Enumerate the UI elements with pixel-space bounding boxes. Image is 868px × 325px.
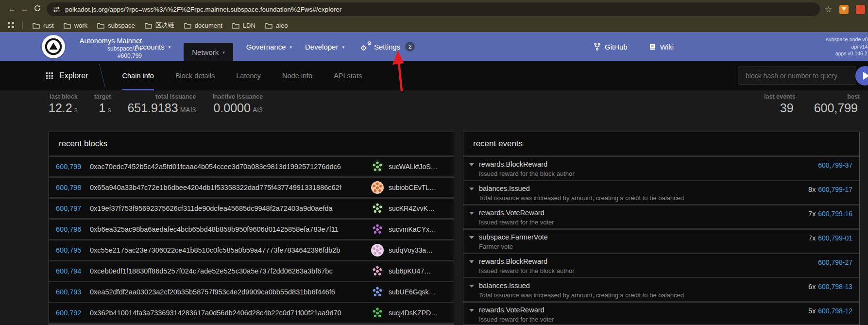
url-text: polkadot.js.org/apps/?rpc=wss%3A%2F%2Frp… (65, 6, 341, 13)
book-icon (649, 43, 656, 51)
site-info-icon[interactable] (53, 6, 60, 13)
stat-value: 1 (99, 101, 106, 115)
author-identicon[interactable] (371, 244, 384, 257)
block-query-input[interactable] (745, 71, 850, 80)
chevron-down-icon: ▾ (222, 49, 225, 55)
forward-icon[interactable]: → (18, 4, 31, 14)
author-identicon[interactable] (371, 181, 384, 194)
author-identicon[interactable] (371, 265, 384, 277)
expand-caret-icon[interactable] (469, 188, 474, 190)
gears-icon: ⚙ ⚙ (360, 42, 371, 51)
nav-menu-item[interactable]: Developer ▾ (305, 32, 344, 61)
nav-menu-item[interactable]: Network ▾ (184, 43, 233, 61)
block-author[interactable]: sucWALkfJoS… (389, 163, 447, 171)
author-identicon[interactable] (371, 307, 384, 319)
stat-unit: s (107, 106, 111, 114)
block-number-link[interactable]: 600,799 (56, 163, 78, 171)
block-author[interactable]: sucvmKaCYx… (389, 225, 447, 233)
tab[interactable]: Block details (175, 61, 215, 90)
block-query-box[interactable] (738, 67, 856, 85)
nav-menu-item-settings[interactable]: ⚙ ⚙ Settings 2 (360, 32, 415, 61)
tab[interactable]: API stats (334, 61, 362, 90)
tab-label: Node info (282, 72, 312, 80)
stat-cell: last events 39 (764, 93, 796, 114)
bookmarks-bar: rust work subspace 区块链 document (0, 18, 868, 32)
bookmark-star-icon[interactable]: ☆ (825, 4, 832, 15)
stat-unit: MAI3 (180, 106, 196, 114)
bookmark-folder[interactable]: 区块链 (145, 21, 174, 30)
block-author[interactable]: sub6pKU47… (389, 267, 447, 275)
expand-caret-icon[interactable] (469, 236, 474, 239)
event-block-link[interactable]: 600,798-27 (818, 258, 852, 266)
block-number-link[interactable]: 600,792 (56, 309, 78, 317)
best-block-number: #600,799 (67, 52, 142, 60)
expand-caret-icon[interactable] (469, 309, 474, 312)
tabs: Chain info Block details Latency Node in… (122, 61, 384, 90)
tab[interactable]: Node info (282, 61, 312, 90)
event-texts: rewards.BlockReward Issued reward for th… (479, 257, 575, 273)
extension-fox-icon[interactable] (839, 5, 849, 14)
block-author[interactable]: subiobCEvTL… (389, 184, 447, 191)
block-author[interactable]: subUE6Gqsk… (389, 288, 447, 296)
block-number-link[interactable]: 600,795 (56, 246, 78, 254)
event-texts: balances.Issued Total issuance was incre… (479, 282, 684, 297)
block-number-link[interactable]: 600,794 (56, 267, 78, 275)
author-identicon[interactable] (371, 160, 384, 173)
app-header: Autonomys Mainnet subspace/1▾ #600,799 A… (0, 32, 868, 61)
bookmark-folder[interactable]: subspace (97, 21, 135, 30)
block-hash: 0xb6ea325ac98ba6aedafec4bcb65bd48b858b95… (90, 225, 371, 233)
stat-cell: best 600,799 (814, 93, 860, 114)
apps-grid-icon[interactable] (8, 22, 15, 29)
wiki-link[interactable]: Wiki (649, 43, 674, 51)
section-explorer[interactable]: Explorer (0, 61, 88, 90)
expand-caret-icon[interactable] (469, 212, 474, 215)
stat-label: last block (49, 93, 78, 100)
block-number-link[interactable]: 600,796 (56, 225, 78, 233)
block-author[interactable]: sudqVoy33a… (389, 246, 447, 254)
event-block-link[interactable]: 600,799-16 (818, 210, 852, 218)
event-block-link[interactable]: 600,799-37 (818, 161, 852, 169)
expand-caret-icon[interactable] (469, 285, 474, 288)
nav-menu-item[interactable]: Accounts ▾ (135, 32, 170, 61)
block-number-link[interactable]: 600,793 (56, 288, 78, 296)
tab[interactable]: Latency (236, 61, 261, 90)
back-icon[interactable]: ← (6, 4, 18, 14)
event-texts: rewards.BlockReward Issued reward for th… (479, 160, 575, 176)
chain-selector[interactable]: subspace/1▾ (67, 45, 142, 52)
event-block-link[interactable]: 600,798-12 (818, 307, 852, 315)
block-number-link[interactable]: 600,798 (56, 184, 78, 191)
event-description: Farmer vote (479, 243, 548, 250)
bookmark-folder[interactable]: aleo (265, 21, 288, 30)
nav-menu-item[interactable]: Governance ▾ (246, 32, 292, 61)
block-number-link[interactable]: 600,797 (56, 205, 78, 212)
event-block-link[interactable]: 600,799-01 (818, 234, 852, 242)
block-author[interactable]: sucj4DsKZPD… (389, 309, 447, 317)
expand-caret-icon[interactable] (469, 163, 474, 166)
wiki-label: Wiki (660, 43, 674, 51)
chevron-down-icon: ▾ (290, 44, 292, 50)
author-identicon[interactable] (371, 223, 384, 236)
block-author[interactable]: sucKR4ZvvK… (389, 205, 447, 212)
reload-icon[interactable] (31, 4, 44, 15)
event-block-link[interactable]: 600,799-17 (818, 186, 852, 193)
expand-caret-icon[interactable] (469, 260, 474, 263)
bookmark-folder[interactable]: LDN (232, 21, 255, 30)
network-brand[interactable]: Autonomys Mainnet subspace/1▾ #600,799 (67, 36, 142, 60)
event-block-link[interactable]: 600,798-13 (818, 283, 852, 291)
extension-icon[interactable] (856, 5, 865, 14)
autonomys-logo[interactable] (42, 35, 65, 58)
query-submit-button[interactable] (855, 66, 868, 86)
network-name: Autonomys Mainnet (67, 36, 142, 45)
bookmark-folder[interactable]: document (184, 21, 222, 30)
address-bar[interactable]: polkadot.js.org/apps/?rpc=wss%3A%2F%2Frp… (47, 2, 820, 16)
folder-icon (232, 22, 239, 29)
author-identicon[interactable] (371, 202, 384, 215)
stats-left: last block 12.2s target 1s total issuanc… (49, 93, 263, 114)
tab[interactable]: Chain info (122, 61, 154, 90)
stat-label: total issuance (127, 93, 196, 100)
author-identicon[interactable] (371, 286, 384, 298)
github-link[interactable]: GitHub (594, 43, 628, 51)
bookmark-folder[interactable]: rust (33, 21, 54, 30)
bookmark-folder[interactable]: work (64, 21, 87, 30)
table-row: 600,792 0x362b410014fa3a73369314283617a0… (49, 303, 454, 323)
